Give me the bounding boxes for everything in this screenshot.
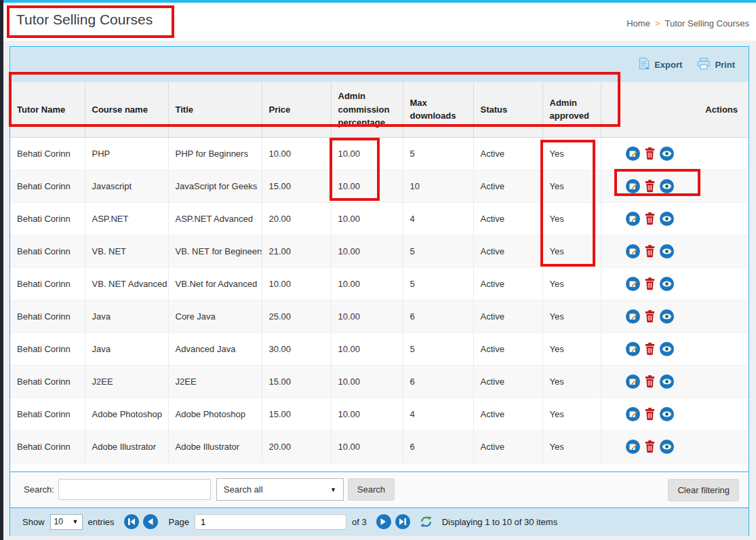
trash-icon[interactable] <box>645 342 655 355</box>
search-filter-select[interactable]: Search all ▼ <box>216 478 344 501</box>
breadcrumb-current: Tutor Selling Courses <box>664 18 749 28</box>
trash-icon[interactable] <box>645 277 655 290</box>
cell-status: Active <box>473 170 542 202</box>
cell-max-downloads: 6 <box>403 365 473 398</box>
edit-icon[interactable] <box>626 147 640 161</box>
edit-icon[interactable] <box>626 277 640 291</box>
prev-page-button[interactable] <box>143 514 158 529</box>
breadcrumb-home[interactable]: Home <box>626 18 650 28</box>
pager-forward-group <box>376 514 410 529</box>
cell-course-name: ASP.NET <box>85 202 168 235</box>
cell-course-name: Java <box>85 332 168 365</box>
eye-icon[interactable] <box>660 147 674 161</box>
cell-admin-commission: 10.00 <box>331 170 403 202</box>
search-button[interactable]: Search <box>348 478 395 501</box>
cell-actions <box>601 235 749 267</box>
cell-max-downloads: 5 <box>403 332 473 365</box>
document-icon <box>639 57 650 72</box>
cell-price: 15.00 <box>262 365 331 398</box>
eye-icon[interactable] <box>660 179 674 193</box>
eye-icon[interactable] <box>660 407 674 421</box>
cell-admin-approved: Yes <box>542 235 601 267</box>
edit-icon[interactable] <box>626 179 640 193</box>
last-page-icon <box>399 518 406 525</box>
cell-title: JavaScript for Geeks <box>168 170 262 202</box>
cell-actions <box>601 332 749 365</box>
cell-tutor-name: Behati Corinn <box>10 300 85 332</box>
cell-admin-approved: Yes <box>542 430 601 463</box>
breadcrumb-separator: > <box>655 18 660 28</box>
edit-icon[interactable] <box>626 309 640 324</box>
page-count-label: of 3 <box>352 517 367 527</box>
chevron-down-icon: ▼ <box>73 518 79 525</box>
cell-max-downloads: 6 <box>403 430 473 463</box>
cell-max-downloads: 4 <box>403 202 473 235</box>
cell-status: Active <box>473 235 542 267</box>
cell-admin-commission: 10.00 <box>331 300 403 332</box>
cell-title: Advanced Java <box>168 332 262 365</box>
eye-icon[interactable] <box>660 374 674 389</box>
trash-icon[interactable] <box>645 244 655 258</box>
cell-title: ASP.NET Advanced <box>168 202 262 235</box>
eye-icon[interactable] <box>660 342 674 356</box>
pager-back-group <box>124 514 158 529</box>
edit-icon[interactable] <box>626 212 640 226</box>
eye-icon[interactable] <box>660 277 674 291</box>
search-input[interactable] <box>58 479 211 500</box>
printer-icon <box>697 58 711 72</box>
cell-status: Active <box>473 300 542 332</box>
next-page-button[interactable] <box>376 514 391 529</box>
cell-actions <box>601 398 749 430</box>
trash-icon[interactable] <box>645 440 655 453</box>
cell-actions <box>601 300 749 332</box>
left-edge-strip <box>0 0 3 540</box>
cell-tutor-name: Behati Corinn <box>10 430 85 463</box>
edit-icon[interactable] <box>626 244 640 258</box>
page-number-input[interactable] <box>195 514 346 530</box>
trash-icon[interactable] <box>645 374 655 388</box>
display-status: Displaying 1 to 10 of 30 items <box>442 517 558 527</box>
edit-icon[interactable] <box>626 374 640 389</box>
trash-icon[interactable] <box>645 407 655 421</box>
top-accent-bar <box>0 0 756 3</box>
cell-actions <box>601 365 749 398</box>
edit-icon[interactable] <box>626 407 640 421</box>
eye-icon[interactable] <box>660 309 674 324</box>
refresh-button[interactable] <box>420 516 433 528</box>
cell-tutor-name: Behati Corinn <box>10 398 85 430</box>
eye-icon[interactable] <box>660 440 674 454</box>
cell-admin-commission: 10.00 <box>331 332 403 365</box>
cell-admin-approved: Yes <box>542 137 601 170</box>
eye-icon[interactable] <box>660 244 674 258</box>
cell-status: Active <box>473 267 542 300</box>
edit-icon[interactable] <box>626 440 640 454</box>
last-page-button[interactable] <box>395 514 410 529</box>
edit-icon[interactable] <box>626 342 640 356</box>
trash-icon[interactable] <box>645 147 655 160</box>
cell-admin-commission: 10.00 <box>331 267 403 300</box>
cell-price: 15.00 <box>262 398 331 430</box>
eye-icon[interactable] <box>660 212 674 226</box>
table-row: Behati Corinn Java Core Java 25.00 10.00… <box>10 300 749 332</box>
clear-filtering-button[interactable]: Clear filtering <box>668 479 739 501</box>
cell-tutor-name: Behati Corinn <box>10 267 85 300</box>
cell-price: 10.00 <box>262 267 331 300</box>
print-button[interactable]: Print <box>697 58 735 72</box>
cell-admin-approved: Yes <box>542 398 601 430</box>
pagination-bar: Show 10 ▼ entries Page of 3 <box>10 507 749 536</box>
trash-icon[interactable] <box>645 179 655 193</box>
print-label: Print <box>715 60 735 70</box>
export-button[interactable]: Export <box>639 57 682 72</box>
trash-icon[interactable] <box>645 212 655 225</box>
col-header-course-name: Course name <box>85 82 168 137</box>
cell-tutor-name: Behati Corinn <box>10 202 85 235</box>
page-title: Tutor Selling Courses <box>16 12 153 28</box>
main-panel: Export Print Tutor Name Course name Titl… <box>9 46 749 536</box>
col-header-status: Status <box>473 82 542 137</box>
first-page-button[interactable] <box>124 514 139 529</box>
cell-course-name: VB. NET <box>85 235 168 267</box>
trash-icon[interactable] <box>645 309 655 323</box>
cell-title: VB. NET for Begineers <box>168 235 262 267</box>
entries-select[interactable]: 10 ▼ <box>50 514 83 530</box>
cell-price: 30.00 <box>262 332 331 365</box>
